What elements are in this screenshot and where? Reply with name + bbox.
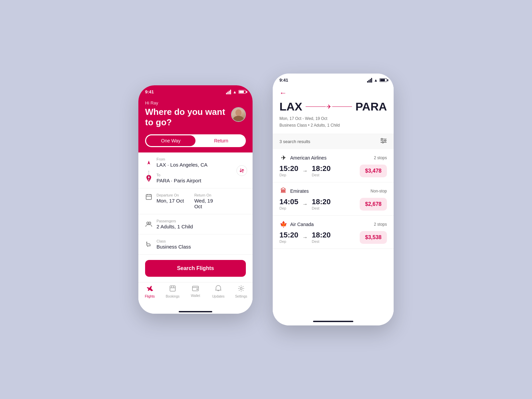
passengers-field[interactable]: Passengers 2 Adults, 1 Child: [157, 219, 246, 229]
filter-icon[interactable]: [380, 138, 387, 145]
left-phone: 9:41 ▲ Hi Ray Where do you want to go?: [138, 85, 253, 314]
swap-button[interactable]: [236, 165, 247, 176]
nav-item-flights[interactable]: Flights: [138, 285, 161, 298]
passengers-section[interactable]: Passengers 2 Adults, 1 Child: [138, 214, 253, 234]
dep-block-1: 14:05 Dep: [279, 198, 298, 210]
date-section[interactable]: Departure On Mon, 17 Oct Return On Wed, …: [138, 188, 253, 214]
dest-time-0: 18:20: [312, 165, 330, 172]
dest-block-2: 18:20 Dest: [312, 231, 330, 243]
nav-item-bookings[interactable]: Bookings: [161, 285, 184, 298]
emirates-logo: 🏛: [279, 187, 287, 195]
svg-rect-4: [146, 194, 151, 200]
departure-field[interactable]: Departure On Mon, 17 Oct: [157, 193, 184, 209]
destination-code: PARA: [355, 100, 387, 113]
svg-point-8: [147, 222, 149, 224]
return-field[interactable]: Return On Wed, 19 Oct: [194, 193, 222, 209]
right-home-indicator: [273, 318, 394, 325]
avatar: [231, 107, 246, 122]
results-bar: 3 search results: [273, 134, 394, 149]
class-field[interactable]: Class Business Class: [157, 239, 246, 250]
price-badge-2[interactable]: $3,538: [360, 231, 387, 244]
search-flights-button[interactable]: Search Flights: [145, 260, 246, 277]
origin-destination-section: From LAX · Los Angeles, CA T: [138, 152, 253, 188]
right-time: 9:41: [279, 78, 288, 83]
origin-code: LAX: [279, 100, 302, 113]
dep-label-0: Dep: [279, 173, 298, 177]
seat-icon: [145, 241, 152, 248]
times-row-0: 15:20 Dep → 18:20 Dest $3,478: [279, 165, 387, 177]
return-value: Wed, 19 Oct: [194, 198, 222, 209]
dest-time-2: 18:20: [312, 231, 330, 239]
flight-card-0[interactable]: ✈ American Airlines 2 stops 15:20 Dep → …: [273, 149, 394, 182]
flight-card-1[interactable]: 🏛 Emirates Non-stop 14:05 Dep → 18:20 De…: [273, 182, 394, 216]
airline-name-2: Air Canada: [290, 222, 314, 227]
dep-label-1: Dep: [279, 206, 298, 210]
from-value: LAX · Los Angeles, CA: [157, 162, 246, 168]
from-field[interactable]: From LAX · Los Angeles, CA: [157, 157, 246, 168]
from-label: From: [157, 157, 246, 161]
nav-item-updates[interactable]: Updates: [207, 285, 230, 298]
dep-time-1: 14:05: [279, 198, 298, 206]
right-battery-icon: [380, 78, 387, 82]
class-value: Business Class: [157, 244, 246, 250]
greeting-text: Hi Ray: [145, 100, 231, 105]
from-section[interactable]: From LAX · Los Angeles, CA: [138, 152, 253, 170]
class-label: Class: [157, 239, 246, 243]
left-header: Hi Ray Where do you want to go?: [138, 97, 253, 134]
airline-row-2: 🍁 Air Canada 2 stops: [279, 220, 387, 228]
passengers-icon: [145, 222, 152, 227]
dep-time-2: 15:20: [279, 231, 298, 239]
dep-time-0: 15:20: [279, 165, 298, 172]
class-section[interactable]: Class Business Class: [138, 234, 253, 255]
dest-block-1: 18:20 Dest: [312, 198, 330, 210]
results-count: 3 search results: [279, 139, 310, 144]
return-option[interactable]: Return: [196, 134, 246, 147]
one-way-option[interactable]: One Way: [146, 135, 195, 146]
american-airlines-logo: ✈: [279, 154, 287, 162]
to-section[interactable]: To PARA · Paris Airport: [138, 170, 253, 188]
flight-arrow-0: →: [302, 168, 308, 174]
dest-block-0: 18:20 Dest: [312, 165, 330, 177]
svg-point-21: [381, 138, 383, 140]
svg-point-10: [146, 241, 147, 242]
airline-info-0: ✈ American Airlines: [279, 154, 326, 162]
svg-point-23: [382, 142, 384, 143]
svg-rect-11: [170, 286, 175, 291]
to-label: To: [157, 173, 246, 177]
back-button[interactable]: ←: [279, 89, 387, 97]
dest-label-2: Dest: [312, 239, 330, 243]
right-status-icons: ▲: [367, 78, 387, 83]
right-phone: 9:41 ▲ ← LAX ✈: [273, 74, 394, 325]
trip-type-toggle[interactable]: One Way Return: [145, 134, 246, 147]
stops-label-0: 2 stops: [374, 156, 387, 160]
wifi-icon: ▲: [233, 90, 237, 94]
airline-name-1: Emirates: [290, 188, 309, 194]
price-badge-1[interactable]: $2,678: [360, 198, 387, 211]
flight-card-2[interactable]: 🍁 Air Canada 2 stops 15:20 Dep → 18:20 D…: [273, 216, 394, 249]
to-field[interactable]: To PARA · Paris Airport: [157, 173, 246, 183]
airline-info-1: 🏛 Emirates: [279, 187, 309, 195]
search-form: From LAX · Los Angeles, CA T: [138, 152, 253, 309]
dest-time-1: 18:20: [312, 198, 330, 206]
route-row: LAX ✈ PARA: [279, 100, 387, 113]
nav-item-settings[interactable]: Settings: [230, 285, 253, 298]
airline-row-1: 🏛 Emirates Non-stop: [279, 187, 387, 195]
nav-item-wallet[interactable]: Wallet: [184, 285, 207, 298]
air-canada-logo: 🍁: [279, 220, 287, 228]
wallet-icon: [192, 285, 199, 293]
dep-label-2: Dep: [279, 239, 298, 243]
right-signal-icon: [367, 78, 372, 83]
connector-line: [148, 171, 149, 181]
flight-results-list: ✈ American Airlines 2 stops 15:20 Dep → …: [273, 149, 394, 318]
times-row-1: 14:05 Dep → 18:20 Dest $2,678: [279, 198, 387, 211]
left-status-bar: 9:41 ▲: [138, 85, 253, 97]
price-badge-0[interactable]: $3,478: [360, 165, 387, 177]
departure-label: Departure On: [157, 193, 184, 197]
svg-point-1: [233, 116, 244, 121]
home-indicator: [138, 309, 253, 314]
updates-icon: [215, 285, 221, 294]
right-wifi-icon: ▲: [374, 78, 378, 83]
flight-dates: Mon, 17 Oct - Wed, 19 Oct: [279, 115, 387, 122]
date-fields: Departure On Mon, 17 Oct Return On Wed, …: [157, 193, 222, 209]
airline-row-0: ✈ American Airlines 2 stops: [279, 154, 387, 162]
